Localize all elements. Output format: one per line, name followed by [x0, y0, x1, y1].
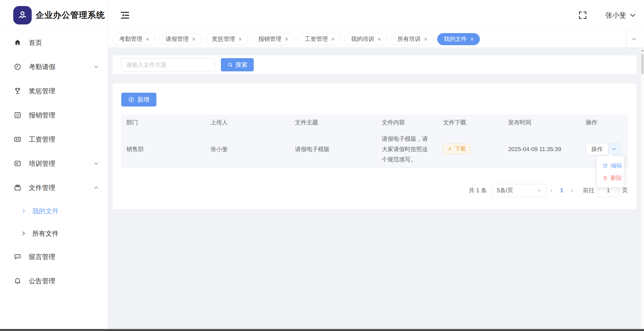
sidebar-item-reimburse[interactable]: 报销管理 — [0, 103, 107, 127]
download-button[interactable]: 下载 — [443, 144, 470, 154]
tab-rewards-mgmt[interactable]: 奖惩管理 — [205, 33, 248, 45]
chevron-down-icon — [629, 12, 637, 19]
sidebar-item-label: 文件管理 — [29, 183, 93, 192]
main-content: 搜索 新增 部门 上传人 文件主题 文件内容 文件下载 — [108, 48, 641, 329]
col-header-department: 部门 — [121, 115, 205, 131]
cell-department: 销售部 — [121, 131, 205, 168]
tab-attendance-mgmt[interactable]: 考勤管理 — [113, 33, 155, 45]
tab-label: 我的培训 — [351, 35, 374, 43]
chat-bubble-icon — [13, 252, 22, 261]
user-menu[interactable]: 张小斐 — [605, 11, 637, 20]
sidebar-item-label: 考勤请假 — [29, 62, 93, 71]
chevron-right-icon — [21, 208, 26, 214]
action-button[interactable]: 操作 — [586, 143, 608, 155]
col-header-subject: 文件主题 — [290, 115, 376, 131]
training-card-icon — [13, 159, 22, 168]
sidebar-item-home[interactable]: 首页 — [0, 31, 107, 55]
tab-reimburse-mgmt[interactable]: 报销管理 — [252, 33, 294, 45]
sidebar-item-attendance[interactable]: 考勤请假 — [0, 55, 107, 79]
sidebar-item-salary[interactable]: 工资管理 — [0, 127, 107, 151]
col-header-uploader: 上传人 — [205, 115, 289, 131]
search-button[interactable]: 搜索 — [221, 58, 254, 71]
tab-my-training[interactable]: 我的培训 — [344, 33, 387, 45]
action-split-button: 操作 — [586, 143, 620, 155]
cell-subject: 请假电子模版 — [290, 131, 376, 168]
scrollbar-up-icon[interactable] — [641, 50, 644, 51]
logo-row: 企业办公管理系统 — [0, 0, 107, 31]
pagination: 共 1 条 5条/页 1 前往 页 — [121, 184, 628, 197]
sidebar-item-label: 工资管理 — [29, 135, 99, 144]
sidebar-subitem-my-files[interactable]: 我的文件 — [0, 200, 107, 222]
cell-download: 下载 — [438, 131, 503, 168]
col-header-content: 文件内容 — [376, 115, 438, 131]
sidebar-item-training[interactable]: 培训管理 — [0, 151, 107, 176]
close-icon[interactable] — [192, 37, 196, 41]
close-icon[interactable] — [423, 37, 428, 41]
trash-icon — [603, 175, 608, 181]
app-logo-icon — [13, 6, 32, 24]
fullscreen-icon[interactable] — [578, 10, 588, 20]
sidebar-menu: 首页 考勤请假 — [0, 31, 107, 293]
chevron-up-icon — [93, 184, 99, 191]
sidebar-subitem-all-files[interactable]: 所有文件 — [0, 222, 107, 245]
sidebar-item-label: 首页 — [29, 38, 99, 47]
tab-strip: 考勤管理 请假管理 奖惩管理 报销管理 工资管理 我的培训 所有培训 我的文件 — [108, 31, 644, 48]
pagination-total: 共 1 条 — [469, 187, 487, 194]
sidebar-item-files[interactable]: 文件管理 — [0, 176, 107, 200]
tab-label: 报销管理 — [258, 35, 281, 43]
page-size-value: 5条/页 — [497, 187, 537, 194]
cell-content: 请假电子模版，请大家请假时按照这个规范填写。 — [376, 131, 438, 168]
search-panel: 搜索 — [113, 55, 637, 74]
tab-label: 工资管理 — [305, 35, 328, 43]
money-icon — [13, 135, 22, 144]
trophy-icon — [13, 87, 22, 95]
table-header-row: 部门 上传人 文件主题 文件内容 文件下载 发布时间 操作 — [121, 115, 628, 131]
action-dropdown-menu: 编辑 删除 — [596, 156, 624, 187]
sidebar-item-announcements[interactable]: 公告管理 — [0, 269, 107, 293]
table-row: 销售部 张小斐 请假电子模版 请假电子模版，请大家请假时按照这个规范填写。 下载… — [121, 131, 628, 168]
sidebar-item-messages[interactable]: 留言管理 — [0, 245, 107, 269]
close-icon[interactable] — [145, 37, 150, 41]
horizontal-scrollbar[interactable] — [0, 329, 644, 331]
menu-item-delete[interactable]: 删除 — [597, 172, 624, 184]
sidebar-item-rewards[interactable]: 奖惩管理 — [0, 79, 107, 103]
close-icon[interactable] — [331, 37, 335, 41]
goto-label: 前往 — [583, 187, 594, 194]
clock-icon — [13, 62, 22, 71]
page-number-1[interactable]: 1 — [556, 187, 567, 194]
tab-my-files[interactable]: 我的文件 — [437, 33, 480, 45]
chevron-right-icon — [21, 231, 26, 236]
tab-all-training[interactable]: 所有培训 — [391, 33, 433, 45]
tab-salary-mgmt[interactable]: 工资管理 — [298, 33, 341, 45]
search-input[interactable] — [121, 58, 215, 71]
download-button-label: 下载 — [455, 145, 466, 153]
close-icon[interactable] — [377, 37, 382, 41]
briefcase-icon — [13, 183, 22, 192]
tab-overflow-button[interactable] — [627, 31, 641, 47]
home-icon — [13, 38, 22, 47]
top-header: 张小斐 — [108, 0, 644, 31]
sidebar-item-label: 培训管理 — [29, 159, 93, 168]
action-dropdown-toggle[interactable] — [608, 143, 620, 155]
scrollbar-thumb[interactable] — [641, 54, 643, 74]
tab-label: 我的文件 — [444, 35, 467, 43]
col-header-publish-time: 发布时间 — [503, 115, 580, 131]
close-icon[interactable] — [470, 37, 474, 41]
tab-label: 请假管理 — [166, 35, 189, 43]
close-icon[interactable] — [284, 37, 289, 41]
cell-uploader: 张小斐 — [205, 131, 289, 168]
sidebar-fold-icon[interactable] — [120, 10, 130, 20]
edit-icon — [603, 163, 608, 168]
prev-page-button[interactable] — [547, 188, 556, 193]
tab-label: 奖惩管理 — [212, 35, 235, 43]
add-button[interactable]: 新增 — [121, 93, 156, 106]
next-page-button[interactable] — [567, 188, 577, 193]
menu-item-edit[interactable]: 编辑 — [597, 159, 624, 172]
user-name: 张小斐 — [605, 11, 626, 20]
page-size-select[interactable]: 5条/页 — [492, 184, 547, 197]
tab-leave-mgmt[interactable]: 请假管理 — [159, 33, 202, 45]
vertical-scrollbar[interactable] — [641, 48, 644, 329]
chevron-down-icon — [537, 188, 542, 193]
close-icon[interactable] — [238, 37, 243, 41]
sidebar-subitem-label: 我的文件 — [32, 207, 59, 216]
